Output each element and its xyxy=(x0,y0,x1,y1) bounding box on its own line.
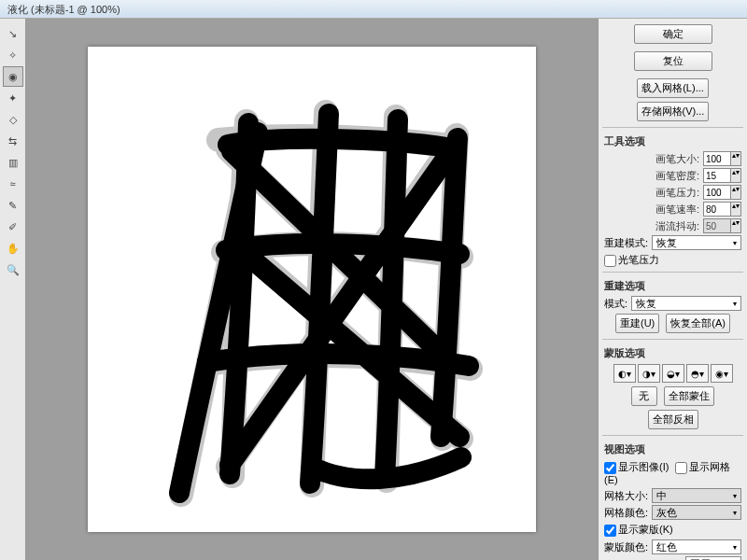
load-mesh-button[interactable]: 载入网格(L)... xyxy=(637,78,709,98)
mask-invert-icon[interactable]: ◉▾ xyxy=(711,364,733,383)
layer-select[interactable]: 图层 xyxy=(685,556,741,560)
show-mask-label: 显示蒙版(K) xyxy=(618,524,673,535)
mask-all-button[interactable]: 全部蒙住 xyxy=(664,386,714,406)
view-options-title: 视图选项 xyxy=(602,439,743,458)
brush-rate-input[interactable] xyxy=(703,202,731,217)
save-mesh-button[interactable]: 存储网格(V)... xyxy=(637,102,710,121)
reset-button[interactable]: 复位 xyxy=(634,51,712,71)
show-image-checkbox[interactable] xyxy=(604,462,616,474)
reconstruct-button[interactable]: 重建(U) xyxy=(615,314,659,333)
thaw-mask-tool[interactable]: ✐ xyxy=(3,217,23,237)
mask-replace-icon[interactable]: ◐▾ xyxy=(613,364,636,383)
mask-color-select[interactable]: 红色 xyxy=(652,539,741,554)
brush-density-label: 画笔密度: xyxy=(655,169,699,183)
mirror-tool[interactable]: ▥ xyxy=(3,152,23,173)
invert-all-button[interactable]: 全部反相 xyxy=(648,410,698,429)
recon-options-title: 重建选项 xyxy=(602,275,743,295)
freeze-mask-tool[interactable]: ✎ xyxy=(3,195,23,216)
ok-button[interactable]: 确定 xyxy=(634,24,712,44)
show-image-label: 显示图像(I) xyxy=(618,461,669,472)
brush-pressure-input[interactable] xyxy=(703,185,731,200)
brush-size-input[interactable] xyxy=(703,151,731,166)
canvas[interactable] xyxy=(88,47,536,532)
mask-color-label: 蒙版颜色: xyxy=(604,540,648,554)
twirl-tool[interactable]: ◉ xyxy=(3,66,23,87)
tool-options-title: 工具选项 xyxy=(602,131,743,150)
turbulence-input xyxy=(703,218,731,233)
hand-tool[interactable]: ✋ xyxy=(3,238,23,259)
recon-mode2-label: 模式: xyxy=(604,297,627,311)
mask-options-title: 蒙版选项 xyxy=(602,343,743,362)
bloat-tool[interactable]: ◇ xyxy=(3,109,23,130)
mesh-size-select: 中 xyxy=(652,488,741,503)
push-left-tool[interactable]: ⇆ xyxy=(3,131,23,151)
toolbar: ↘ ✧ ◉ ✦ ◇ ⇆ ▥ ≈ ✎ ✐ ✋ 🔍 xyxy=(0,19,26,560)
recon-mode-select[interactable]: 恢复 xyxy=(652,235,741,250)
mesh-color-select: 灰色 xyxy=(652,505,741,520)
brush-pressure-spinner[interactable]: ▴▾ xyxy=(730,185,741,200)
forward-warp-tool[interactable]: ↘ xyxy=(3,23,23,44)
reconstruct-tool[interactable]: ✧ xyxy=(3,45,23,65)
zoom-tool[interactable]: 🔍 xyxy=(3,259,23,280)
brush-density-spinner[interactable]: ▴▾ xyxy=(730,168,741,183)
mesh-size-label: 网格大小: xyxy=(604,489,648,503)
brush-rate-spinner[interactable]: ▴▾ xyxy=(730,202,741,217)
brush-size-label: 画笔大小: xyxy=(655,152,699,166)
restore-all-button[interactable]: 恢复全部(A) xyxy=(666,314,730,333)
mask-add-icon[interactable]: ◑▾ xyxy=(638,364,660,383)
turbulence-label: 湍流抖动: xyxy=(655,219,699,233)
brush-density-input[interactable] xyxy=(703,168,731,183)
mask-subtract-icon[interactable]: ◒▾ xyxy=(662,364,684,383)
mask-intersect-icon[interactable]: ◓▾ xyxy=(686,364,709,383)
options-panel: 确定 复位 载入网格(L)... 存储网格(V)... 工具选项 画笔大小:▴▾… xyxy=(598,19,747,560)
pucker-tool[interactable]: ✦ xyxy=(3,88,23,108)
stylus-label: 光笔压力 xyxy=(618,254,659,265)
brush-size-spinner[interactable]: ▴▾ xyxy=(730,151,741,166)
window-title: 液化 (未标题-1 @ 100%) xyxy=(0,0,747,19)
recon-mode-label: 重建模式: xyxy=(604,236,648,250)
brush-pressure-label: 画笔压力: xyxy=(655,186,699,200)
mask-none-button[interactable]: 无 xyxy=(631,386,657,406)
turbulence-spinner: ▴▾ xyxy=(730,218,741,233)
recon-mode2-select[interactable]: 恢复 xyxy=(631,296,741,311)
show-mask-checkbox[interactable] xyxy=(604,525,616,537)
turbulence-tool[interactable]: ≈ xyxy=(3,174,23,194)
brush-rate-label: 画笔速率: xyxy=(655,203,699,217)
mesh-color-label: 网格颜色: xyxy=(604,506,648,520)
canvas-area xyxy=(26,19,598,560)
stylus-checkbox[interactable] xyxy=(604,255,616,267)
show-mesh-checkbox[interactable] xyxy=(675,462,687,474)
